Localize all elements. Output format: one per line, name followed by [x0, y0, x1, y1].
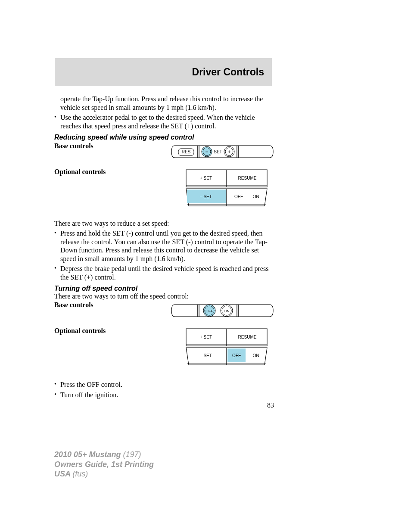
bullet-text: Use the accelerator pedal to get to the …	[60, 113, 274, 130]
bullet-turnoff-2: • Turn off the ignition.	[54, 391, 274, 399]
set-minus-label: – SET	[200, 194, 212, 199]
bullet-dot-icon: •	[54, 264, 60, 281]
footer-line1: 2010 05+ Mustang (197)	[54, 450, 154, 460]
set-label: SET	[214, 149, 222, 154]
bullet-text: Press and hold the SET (-) control until…	[60, 229, 274, 263]
diagram-base-controls-off-on: OFF ON	[171, 301, 274, 320]
label-optional-controls: Optional controls	[54, 327, 106, 335]
res-label: RES	[182, 149, 191, 154]
bullet-text: Depress the brake pedal until the desire…	[60, 264, 274, 281]
bullet-reduce-2: • Depress the brake pedal until the desi…	[54, 264, 274, 281]
bullet-dot-icon: •	[54, 391, 60, 399]
footer: 2010 05+ Mustang (197) Owners Guide, 1st…	[54, 450, 154, 479]
label-optional-controls: Optional controls	[54, 168, 106, 176]
plus-label: +	[228, 149, 230, 154]
minus-label: –	[206, 149, 209, 155]
row-base-controls-1: Base controls RES – SET +	[54, 142, 274, 161]
bullet-dot-icon: •	[54, 113, 60, 130]
off-label: OFF	[206, 309, 213, 313]
svg-text:+ SET: + SET	[200, 335, 212, 339]
svg-text:RESUME: RESUME	[238, 335, 257, 339]
page-content: operate the Tap-Up function. Press and r…	[54, 95, 274, 399]
svg-text:– SET: – SET	[200, 353, 212, 358]
subhead-turning-off: Turning off speed control	[54, 285, 274, 292]
header-band: Driver Controls	[55, 58, 272, 86]
paragraph-reduce-intro: There are two ways to reduce a set speed…	[54, 220, 274, 227]
page-title: Driver Controls	[192, 66, 264, 78]
paragraph-intro1: operate the Tap-Up function. Press and r…	[54, 95, 274, 112]
label-base-controls: Base controls	[54, 142, 93, 150]
footer-line3: USA (fus)	[54, 469, 154, 479]
label-base-controls: Base controls	[54, 301, 93, 309]
bullet-text: Turn off the ignition.	[60, 391, 274, 399]
bullet-dot-icon: •	[54, 380, 60, 389]
set-plus-label: + SET	[200, 176, 212, 180]
row-optional-controls-1: Optional controls + SET RESUME – SET OFF…	[54, 168, 274, 208]
svg-text:ON: ON	[253, 353, 259, 358]
off-label: OFF	[234, 194, 243, 199]
bullet-reduce-1: • Press and hold the SET (-) control unt…	[54, 229, 274, 263]
bullet-intro2: • Use the accelerator pedal to get to th…	[54, 113, 274, 130]
resume-label: RESUME	[238, 176, 257, 180]
svg-text:OFF: OFF	[232, 353, 241, 358]
on-label: ON	[253, 194, 259, 199]
page-number: 83	[267, 401, 274, 409]
diagram-optional-controls-1: + SET RESUME – SET OFF ON	[184, 168, 270, 208]
bullet-dot-icon: •	[54, 229, 60, 263]
paragraph-turnoff-intro: There are two ways to turn off the speed…	[54, 292, 274, 300]
subhead-reducing-speed: Reducing speed while using speed control	[54, 134, 274, 141]
bullet-turnoff-1: • Press the OFF control.	[54, 380, 274, 389]
row-optional-controls-2: Optional controls + SET RESUME – SET OFF…	[54, 327, 274, 367]
footer-line2: Owners Guide, 1st Printing	[54, 460, 154, 470]
on-label: ON	[224, 309, 230, 313]
row-base-controls-2: Base controls OFF ON	[54, 301, 274, 320]
bullet-text: Press the OFF control.	[60, 380, 274, 389]
diagram-optional-controls-2: + SET RESUME – SET OFF ON	[184, 327, 270, 367]
diagram-base-controls-res-set: RES – SET +	[171, 142, 274, 161]
